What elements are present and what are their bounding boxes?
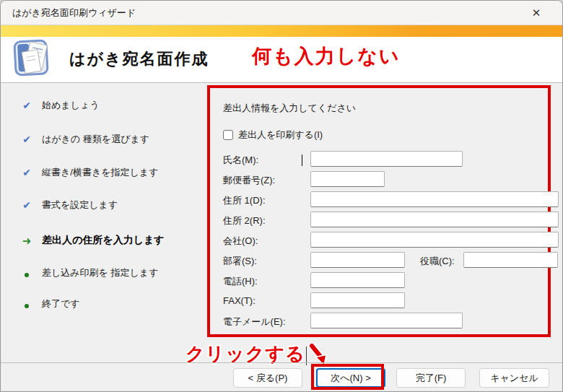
department-input[interactable] xyxy=(310,252,405,268)
address1-input[interactable] xyxy=(310,191,559,207)
finish-button[interactable]: 完了(F) xyxy=(396,368,466,388)
sender-info-form: 差出人情報を入力してください 差出人を印刷する(I) 氏名(M): 郵便番号(Z… xyxy=(207,85,551,337)
sidebar-step-finish: 終了です xyxy=(1,297,207,312)
annotation-no-input: 何も入力しない xyxy=(252,43,401,69)
position-input[interactable] xyxy=(463,252,558,268)
bottom-separator xyxy=(1,362,562,363)
field-row-name: 氏名(M): xyxy=(223,151,548,168)
page-title: はがき宛名面作成 xyxy=(69,48,209,70)
sidebar-step-type: ✔ はがきの 種類を選びます xyxy=(1,133,207,147)
cancel-button[interactable]: キャンセル xyxy=(479,368,549,388)
postcard-wizard-icon xyxy=(11,39,54,84)
phone-input[interactable] xyxy=(310,272,405,288)
sidebar-step-sender: ➜ 差出人の住所を入力します xyxy=(1,234,207,248)
bullet-icon xyxy=(20,267,33,280)
bullet-icon xyxy=(20,298,33,311)
fax-input[interactable] xyxy=(310,292,405,308)
next-button[interactable]: 次へ(N) > xyxy=(316,368,385,388)
address2-input[interactable] xyxy=(310,212,559,227)
postal-code-input[interactable] xyxy=(310,171,385,187)
sidebar-step-start: ✔ 始めましょう xyxy=(1,99,207,113)
accent-band xyxy=(1,25,562,37)
print-sender-row: 差出人を印刷する(I) xyxy=(223,129,323,141)
field-row-fax: FAX(T): xyxy=(223,292,548,310)
close-icon[interactable]: ✕ xyxy=(526,5,546,21)
email-input[interactable] xyxy=(310,313,463,328)
field-row-postal: 郵便番号(Z): xyxy=(223,171,548,188)
title-bar: はがき宛名面印刷ウィザード ✕ xyxy=(1,1,562,25)
header: はがき宛名面作成 何も入力しない xyxy=(1,37,562,83)
print-sender-checkbox[interactable] xyxy=(223,130,233,140)
wizard-window: はがき宛名面印刷ウィザード ✕ はがき宛 xyxy=(0,0,563,392)
field-row-address1: 住所 1(D): xyxy=(223,191,548,209)
company-input[interactable] xyxy=(310,232,559,248)
field-row-address2: 住所 2(R): xyxy=(223,212,548,229)
back-button[interactable]: < 戻る(P) xyxy=(233,368,302,388)
print-sender-label: 差出人を印刷する(I) xyxy=(238,129,323,141)
field-row-company: 会社(O): xyxy=(223,232,548,249)
window-title: はがき宛名面印刷ウィザード xyxy=(12,6,136,19)
sidebar-step-mailmerge: 差し込み印刷を 指定します xyxy=(1,266,207,281)
current-step-arrow-icon: ➜ xyxy=(20,235,33,248)
field-row-email: 電子メール(E): xyxy=(223,313,548,330)
check-icon: ✔ xyxy=(20,100,33,111)
form-heading: 差出人情報を入力してください xyxy=(223,102,356,115)
sidebar-step-format: ✔ 書式を設定します xyxy=(1,199,207,213)
field-row-phone: 電話(H): xyxy=(223,272,548,289)
check-icon: ✔ xyxy=(20,167,33,178)
sidebar-step-orientation: ✔ 縦書き/横書きを指定します xyxy=(1,166,207,180)
name-input[interactable] xyxy=(310,151,463,167)
text-caret xyxy=(302,154,302,166)
field-row-department: 部署(S): 役職(C): xyxy=(223,252,548,269)
check-icon: ✔ xyxy=(20,134,33,145)
check-icon: ✔ xyxy=(20,199,33,211)
